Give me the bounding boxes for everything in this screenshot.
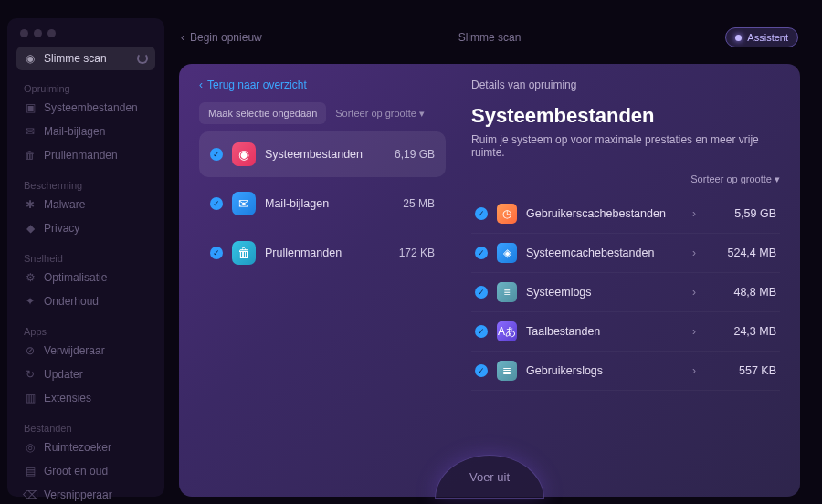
zoom-icon[interactable] [47, 29, 56, 37]
item-size: 48,8 MB [712, 286, 776, 299]
sidebar-item-maint[interactable]: ✦Onderhoud [16, 289, 155, 313]
detail-item-system-logs[interactable]: ✓ ≡ Systeemlogs › 48,8 MB [471, 273, 780, 312]
sidebar-item-malware[interactable]: ✱Malware [16, 193, 155, 216]
back-button[interactable]: ‹ Begin opnieuw [181, 31, 262, 44]
sidebar-item-label: Verwijderaar [44, 344, 105, 357]
system-files-icon: ◉ [232, 142, 256, 166]
back-to-overview-link[interactable]: ‹ Terug naar overzicht [199, 79, 446, 91]
chevron-right-icon[interactable]: › [685, 325, 703, 338]
category-size: 172 KB [399, 247, 435, 259]
chevron-right-icon[interactable]: › [685, 247, 703, 259]
sparkle-icon [735, 35, 742, 41]
item-size: 557 KB [712, 364, 776, 377]
item-size: 524,4 MB [712, 247, 776, 259]
category-label: Prullenmanden [265, 247, 342, 259]
chevron-right-icon[interactable]: › [685, 286, 703, 299]
detail-subtitle: Ruim je systeem op voor maximale prestat… [471, 133, 780, 159]
sidebar-smart-scan[interactable]: ◉ Slimme scan [16, 47, 155, 70]
shield-icon: ◆ [24, 222, 37, 235]
sidebar-item-space[interactable]: ◎Ruimtezoeker [16, 436, 155, 459]
checkbox-checked-icon[interactable]: ✓ [475, 325, 488, 338]
checkbox-checked-icon[interactable]: ✓ [475, 207, 488, 220]
item-label: Taalbestanden [526, 325, 600, 338]
sidebar-section-protection: Bescherming [16, 176, 155, 193]
run-button-label: Voer uit [469, 470, 510, 484]
checkbox-checked-icon[interactable]: ✓ [210, 148, 223, 161]
system-cache-icon: ◈ [497, 243, 517, 263]
detail-title: Systeembestanden [471, 104, 780, 128]
item-label: Gebruikerslogs [526, 364, 603, 377]
sidebar: ◉ Slimme scan Opruiming ▣Systeembestande… [7, 18, 164, 497]
item-label: Systeemlogs [526, 286, 592, 299]
checkbox-checked-icon[interactable]: ✓ [475, 286, 488, 299]
category-label: Systeembestanden [265, 148, 363, 161]
sidebar-item-label: Optimalisatie [44, 271, 107, 284]
deselect-button[interactable]: Maak selectie ongedaan [199, 102, 326, 124]
close-icon[interactable] [20, 29, 28, 37]
detail-item-user-cache[interactable]: ✓ ◷ Gebruikerscachebestanden › 5,59 GB [471, 194, 780, 234]
sidebar-item-label: Mail-bijlagen [44, 125, 105, 138]
sidebar-item-label: Versnipperaar [44, 488, 112, 501]
chevron-left-icon: ‹ [199, 79, 203, 91]
sidebar-item-large[interactable]: ▤Groot en oud [16, 459, 155, 483]
category-size: 6,19 GB [395, 148, 435, 161]
assistant-button[interactable]: Assistent [725, 27, 798, 47]
checkbox-checked-icon[interactable]: ✓ [210, 247, 223, 259]
sidebar-item-mail[interactable]: ✉Mail-bijlagen [16, 120, 155, 143]
assistant-label: Assistent [747, 32, 788, 43]
sidebar-item-label: Systeembestanden [44, 101, 138, 114]
sidebar-item-label: Prullenmanden [44, 149, 118, 162]
detail-item-user-logs[interactable]: ✓ ≣ Gebruikerslogs › 557 KB [471, 352, 780, 391]
topbar-title: Slimme scan [458, 31, 522, 44]
chevron-right-icon[interactable]: › [685, 207, 703, 220]
sort-dropdown-right[interactable]: Sorteer op grootte ▾ [471, 173, 780, 185]
sidebar-section-speed: Snelheid [16, 249, 155, 266]
sidebar-item-updater[interactable]: ↻Updater [16, 362, 155, 386]
detail-item-language[interactable]: ✓ Aあ Taalbestanden › 24,3 MB [471, 312, 780, 352]
bug-icon: ✱ [24, 198, 37, 211]
lens-icon: ◎ [24, 441, 37, 454]
uninstall-icon: ⊘ [24, 344, 37, 357]
mail-icon: ✉ [24, 125, 37, 138]
window-controls[interactable] [20, 29, 155, 37]
sidebar-item-privacy[interactable]: ◆Privacy [16, 216, 155, 240]
dashboard-icon: ◉ [24, 52, 37, 65]
sidebar-item-label: Extensies [44, 392, 91, 404]
checkbox-checked-icon[interactable]: ✓ [210, 197, 223, 210]
mail-attachments-icon: ✉ [232, 192, 256, 215]
folder-icon: ▤ [24, 465, 37, 478]
sidebar-item-shredder[interactable]: ⌫Versnipperaar [16, 483, 155, 504]
sidebar-item-uninstaller[interactable]: ⊘Verwijderaar [16, 339, 155, 362]
sidebar-item-system[interactable]: ▣Systeembestanden [16, 96, 155, 120]
sidebar-item-label: Ruimtezoeker [44, 441, 111, 454]
user-cache-icon: ◷ [497, 204, 517, 224]
topbar: ‹ Begin opnieuw Slimme scan Assistent [164, 18, 815, 57]
wrench-icon: ✦ [24, 295, 37, 308]
sidebar-item-optim[interactable]: ⚙Optimalisatie [16, 266, 155, 289]
sidebar-section-files: Bestanden [16, 419, 155, 436]
checkbox-checked-icon[interactable]: ✓ [475, 247, 488, 259]
sort-dropdown-left[interactable]: Sorteer op grootte ▾ [335, 108, 425, 120]
chevron-left-icon: ‹ [181, 31, 184, 44]
language-icon: Aあ [497, 321, 517, 341]
main-panel: ‹ Terug naar overzicht Maak selectie ong… [179, 64, 800, 497]
item-size: 5,59 GB [712, 207, 776, 220]
trash-icon: 🗑 [24, 149, 37, 162]
box-icon: ▣ [24, 101, 37, 114]
category-system[interactable]: ✓ ◉ Systeembestanden 6,19 GB [199, 131, 446, 177]
minimize-icon[interactable] [34, 29, 42, 37]
sidebar-label: Slimme scan [44, 52, 107, 65]
detail-header: Details van opruiming [471, 79, 780, 91]
sidebar-item-extensions[interactable]: ▥Extensies [16, 386, 155, 410]
sidebar-section-apps: Apps [16, 322, 155, 339]
refresh-icon: ↻ [24, 368, 37, 381]
sidebar-item-trash[interactable]: 🗑Prullenmanden [16, 143, 155, 167]
chevron-right-icon[interactable]: › [685, 364, 703, 377]
category-label: Mail-bijlagen [265, 197, 329, 210]
sidebar-item-label: Updater [44, 368, 83, 381]
category-trash[interactable]: ✓ 🗑 Prullenmanden 172 KB [199, 230, 446, 276]
checkbox-checked-icon[interactable]: ✓ [475, 364, 488, 377]
user-logs-icon: ≣ [497, 361, 517, 381]
category-mail[interactable]: ✓ ✉ Mail-bijlagen 25 MB [199, 181, 446, 226]
detail-item-system-cache[interactable]: ✓ ◈ Systeemcachebestanden › 524,4 MB [471, 234, 780, 273]
